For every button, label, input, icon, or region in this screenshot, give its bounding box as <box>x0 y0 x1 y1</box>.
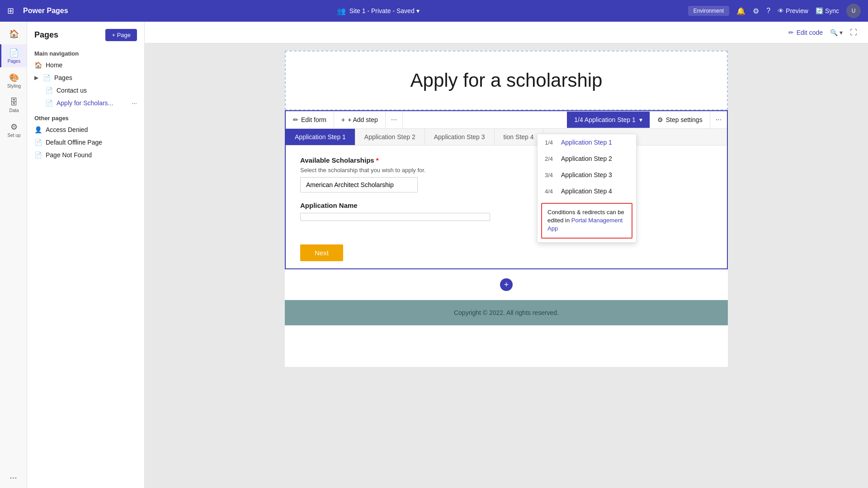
add-step-button[interactable]: + + Add step <box>334 112 386 128</box>
rail-item-pages-label: Pages <box>8 59 20 64</box>
sidebar-item-pages[interactable]: ▶ 📄 Pages <box>27 71 144 84</box>
zoom-chevron: ▾ <box>840 29 843 36</box>
footer-copyright: Copyright © 2022. All rights reserved. <box>454 309 559 316</box>
sidebar-item-offline[interactable]: 📄 Default Offline Page <box>27 136 144 149</box>
sidebar-item-access-denied[interactable]: 👤 Access Denied <box>27 123 144 136</box>
site-status-text: Site 1 - Private - Saved <box>349 7 415 14</box>
form-toolbar-dots[interactable]: ··· <box>386 111 403 128</box>
edit-code-button[interactable]: ✏ Edit code <box>788 29 823 36</box>
add-page-button[interactable]: + Page <box>105 29 137 41</box>
sidebar-item-home[interactable]: 🏠 Home <box>27 59 144 71</box>
dropdown-step-1-num: 1/4 <box>545 139 557 146</box>
rail-item-home[interactable]: 🏠 <box>0 25 27 42</box>
step-dropdown-button[interactable]: 1/4 Application Step 1 ▾ <box>567 112 649 128</box>
application-name-input[interactable] <box>300 213 490 221</box>
preview-button[interactable]: 👁 Preview <box>778 7 808 14</box>
apply-icon: 📄 <box>45 99 53 107</box>
dropdown-conditions-box: Conditions & redirects can be edited in … <box>541 203 632 239</box>
left-rail: 🏠 📄 Pages 🎨 Styling 🗄 Data ⚙ Set up ··· <box>0 22 27 488</box>
rail-item-setup-label: Set up <box>8 133 21 138</box>
rail-item-data[interactable]: 🗄 Data <box>0 94 27 117</box>
tab-step-4[interactable]: tion Step 4 <box>495 129 543 145</box>
sidebar-item-not-found-label: Page Not Found <box>46 151 92 159</box>
apply-item-dots[interactable]: ··· <box>132 99 137 107</box>
sidebar: Pages + Page Main navigation 🏠 Home ▶ 📄 … <box>27 22 145 488</box>
edit-code-label: Edit code <box>797 29 823 36</box>
dropdown-step-2[interactable]: 2/4 Application Step 2 <box>538 150 636 167</box>
main-navigation-label: Main navigation <box>27 47 144 59</box>
dropdown-step-3-label: Application Step 3 <box>561 171 612 178</box>
dropdown-step-4-label: Application Step 4 <box>561 188 612 195</box>
offline-icon: 📄 <box>34 139 42 146</box>
step-dropdown-label: 1/4 Application Step 1 <box>574 116 635 123</box>
rail-item-pages[interactable]: 📄 Pages <box>0 44 27 67</box>
styling-icon: 🎨 <box>9 73 19 83</box>
notification-icon[interactable]: 🔔 <box>736 7 745 15</box>
gear-icon[interactable]: ⚙ <box>753 7 759 15</box>
site-status-center: 👥 Site 1 - Private - Saved ▾ <box>74 7 683 15</box>
home-icon: 🏠 <box>9 29 19 39</box>
sidebar-item-access-denied-label: Access Denied <box>46 126 88 133</box>
zoom-controls[interactable]: 🔍 ▾ <box>830 29 843 36</box>
pages-icon: 📄 <box>9 48 19 58</box>
edit-form-label: Edit form <box>301 116 326 123</box>
form-toolbar: ✏ Edit form + + Add step ··· 1/4 Applica… <box>286 111 727 129</box>
step-settings-button[interactable]: ⚙ Step settings <box>650 112 710 128</box>
help-icon[interactable]: ? <box>766 7 770 15</box>
rail-more-icon[interactable]: ··· <box>4 467 23 488</box>
expand-icon[interactable]: ⛶ <box>850 28 857 37</box>
dropdown-step-1[interactable]: 1/4 Application Step 1 <box>538 134 636 150</box>
content-area: ✏ Edit code 🔍 ▾ ⛶ Apply for a scholarshi… <box>145 22 868 488</box>
sync-button[interactable]: 🔄 Sync <box>816 7 839 14</box>
dropdown-step-1-label: Application Step 1 <box>561 139 612 146</box>
setup-icon: ⚙ <box>10 122 18 132</box>
step-settings-label: Step settings <box>666 116 703 123</box>
edit-form-button[interactable]: ✏ Edit form <box>286 112 334 128</box>
site-status-dropdown[interactable]: Site 1 - Private - Saved ▾ <box>349 7 420 14</box>
tab-step-2[interactable]: Application Step 2 <box>355 129 425 145</box>
waffle-icon[interactable]: ⊞ <box>7 6 14 16</box>
rail-item-styling-label: Styling <box>7 84 21 89</box>
zoom-icon: 🔍 <box>830 29 838 36</box>
other-pages-label: Other pages <box>27 109 144 123</box>
dropdown-step-2-num: 2/4 <box>545 155 557 162</box>
add-section-button[interactable]: + <box>500 278 513 291</box>
step-dots[interactable]: ··· <box>710 111 727 128</box>
dropdown-step-3[interactable]: 3/4 Application Step 3 <box>538 167 636 183</box>
rail-item-setup[interactable]: ⚙ Set up <box>0 118 27 141</box>
step-dropdown-chevron: ▾ <box>639 116 642 123</box>
second-bar: ✏ Edit code 🔍 ▾ ⛶ <box>145 22 868 43</box>
step-settings-icon: ⚙ <box>657 116 663 123</box>
add-step-icon: + <box>341 116 345 123</box>
data-icon: 🗄 <box>10 98 18 107</box>
dropdown-step-4[interactable]: 4/4 Application Step 4 <box>538 183 636 199</box>
sync-label: Sync <box>825 7 839 14</box>
dropdown-step-3-num: 3/4 <box>545 172 557 178</box>
page-canvas: Apply for a scholarship ✏ Edit form + + … <box>285 51 728 367</box>
sidebar-header: Pages + Page <box>27 22 144 47</box>
available-scholarships-label: Available Scholarships * <box>300 156 712 164</box>
dropdown-step-2-label: Application Step 2 <box>561 155 612 162</box>
top-nav-right: Environment 🔔 ⚙ ? 👁 Preview 🔄 Sync U <box>688 4 861 18</box>
form-body: Available Scholarships * Select the scho… <box>286 145 727 241</box>
dropdown-step-4-num: 4/4 <box>545 188 557 195</box>
application-name-label: Application Name <box>300 202 712 209</box>
tab-step-1[interactable]: Application Step 1 <box>286 129 355 145</box>
sidebar-item-apply[interactable]: 📄 Apply for Scholars... ··· <box>27 97 144 109</box>
edit-code-icon: ✏ <box>788 29 794 36</box>
environment-label: Environment <box>688 6 729 16</box>
sidebar-item-not-found[interactable]: 📄 Page Not Found <box>27 149 144 161</box>
sidebar-item-apply-label: Apply for Scholars... <box>57 99 113 107</box>
rail-item-styling[interactable]: 🎨 Styling <box>0 69 27 92</box>
page-title: Apply for a scholarship <box>295 70 718 91</box>
preview-label: Preview <box>786 7 808 14</box>
sidebar-item-contact[interactable]: 📄 Contact us <box>27 84 144 97</box>
rail-item-data-label: Data <box>9 108 19 113</box>
access-denied-icon: 👤 <box>34 126 42 133</box>
scholarship-select[interactable]: American Architect Scholarship <box>300 177 418 192</box>
next-button[interactable]: Next <box>300 244 343 261</box>
tab-step-3[interactable]: Application Step 3 <box>425 129 495 145</box>
form-section: ✏ Edit form + + Add step ··· 1/4 Applica… <box>285 110 728 269</box>
edit-form-icon: ✏ <box>293 116 298 123</box>
user-avatar[interactable]: U <box>846 4 861 18</box>
